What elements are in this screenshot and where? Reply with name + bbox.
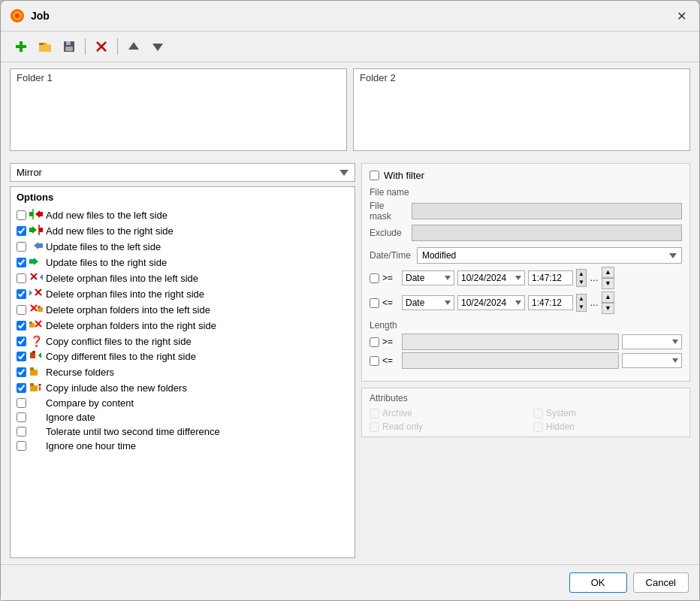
length-gte-checkbox[interactable] (370, 337, 379, 347)
checkbox-compare-content[interactable] (17, 398, 26, 408)
ok-button[interactable]: OK (569, 572, 627, 593)
datetime-gte-type[interactable]: Date Time (402, 270, 454, 285)
icon-update-left (29, 240, 43, 253)
length-gte-unit[interactable]: Bytes KB MB (622, 334, 682, 349)
datetime-lte-scroll-down[interactable]: ▼ (602, 303, 614, 314)
icon-conflict-right: ❓ (29, 335, 43, 347)
checkbox-del-orphan-folder-left[interactable] (17, 305, 26, 315)
svg-rect-10 (65, 47, 73, 51)
length-lte-row: <= Bytes KB MB (370, 352, 682, 369)
icon-add-right (29, 225, 43, 237)
delete-job-button[interactable] (90, 36, 113, 57)
option-update-left: Update files to the left side (17, 239, 348, 255)
checkbox-del-orphan-folder-right[interactable] (17, 321, 26, 331)
attributes-title: Attributes (370, 393, 682, 403)
attr-hidden-checkbox[interactable] (533, 422, 543, 432)
length-lte-checkbox[interactable] (370, 356, 379, 366)
folder-area: Folder 1 Folder 2 (1, 62, 699, 157)
move-up-button[interactable] (122, 36, 145, 57)
length-gte-input[interactable] (402, 334, 619, 350)
checkbox-different-right[interactable] (17, 352, 26, 361)
checkbox-del-orphan-file-left[interactable] (17, 273, 26, 283)
attr-system-label: System (546, 408, 576, 418)
add-job-button[interactable] (10, 36, 32, 57)
length-lte-input[interactable] (402, 352, 619, 369)
icon-add-left (29, 209, 43, 222)
datetime-gte-checkbox[interactable] (370, 273, 379, 283)
open-job-button[interactable] (34, 36, 56, 57)
file-mask-label: File mask (370, 201, 407, 222)
datetime-lte-time[interactable] (528, 295, 573, 310)
datetime-gte-spin-up[interactable]: ▲ (577, 270, 586, 278)
attributes-grid: Archive System Read only Hidden (370, 408, 682, 432)
checkbox-ignore-date[interactable] (17, 412, 26, 422)
option-label-update-right: Update files to the right side (46, 257, 167, 268)
bottom-bar: OK Cancel (1, 564, 699, 600)
attr-archive-label: Archive (382, 408, 412, 418)
checkbox-tolerate-time[interactable] (17, 427, 26, 436)
option-label-new-folders: Copy inlude also the new folders (46, 382, 187, 394)
option-label-recurse: Recurse folders (46, 367, 114, 378)
close-button[interactable]: ✕ (672, 7, 690, 25)
svg-marker-25 (34, 258, 38, 265)
icon-update-right (29, 256, 43, 269)
option-label-different-right: Copy different files to the right side (46, 351, 196, 362)
svg-rect-41 (30, 352, 35, 358)
cancel-button[interactable]: Cancel (633, 572, 689, 593)
checkbox-recurse[interactable] (17, 367, 26, 377)
datetime-lte-spin-down[interactable]: ▼ (577, 303, 586, 311)
checkbox-update-right[interactable] (17, 258, 26, 267)
option-recurse: Recurse folders (17, 364, 348, 380)
attr-system-checkbox[interactable] (533, 409, 543, 418)
save-job-button[interactable] (58, 36, 80, 57)
sync-mode-select[interactable]: Mirror Two-way Copy Update (10, 163, 355, 182)
option-conflict-right: ❓ Copy conflict files to the right side (17, 334, 348, 349)
option-label-update-left: Update files to the left side (46, 241, 161, 252)
exclude-label: Exclude (370, 228, 407, 238)
option-label-ignore-date: Ignore date (46, 412, 95, 423)
datetime-gte-time[interactable] (528, 270, 573, 285)
datetime-lte-spin-up[interactable]: ▲ (577, 294, 586, 303)
datetime-gte-dots[interactable]: … (590, 273, 599, 283)
sync-mode-row: Mirror Two-way Copy Update (10, 163, 355, 182)
datetime-gte-scroll-down[interactable]: ▼ (602, 278, 614, 289)
datetime-lte-scroll: ▲ ▼ (602, 291, 614, 314)
option-label-compare-content: Compare by content (46, 397, 134, 409)
exclude-input[interactable] (412, 225, 682, 241)
datetime-mode-select[interactable]: Modified Created Accessed (417, 247, 682, 264)
attr-readonly-checkbox[interactable] (370, 422, 379, 432)
checkbox-del-orphan-file-right[interactable] (17, 289, 26, 299)
datetime-lte-spinner: ▲ ▼ (576, 294, 587, 312)
option-ignore-date: Ignore date (17, 410, 348, 424)
checkbox-new-folders[interactable] (17, 383, 26, 393)
svg-rect-20 (29, 228, 32, 232)
datetime-gte-spin-down[interactable]: ▼ (577, 278, 586, 286)
svg-rect-26 (29, 259, 34, 264)
svg-rect-42 (32, 351, 35, 353)
checkbox-update-left[interactable] (17, 242, 26, 252)
folder2-panel: Folder 2 (353, 68, 690, 151)
with-filter-checkbox[interactable] (370, 171, 379, 180)
length-gte-op: >= (382, 337, 399, 347)
datetime-lte-checkbox[interactable] (370, 298, 379, 308)
job-dialog: Job ✕ (0, 0, 700, 601)
file-mask-input[interactable] (412, 203, 682, 219)
datetime-gte-date[interactable]: 10/24/2024 (457, 270, 525, 285)
folder2-label: Folder 2 (357, 71, 399, 85)
right-panel: With filter File name File mask Exclude (361, 163, 690, 558)
attr-archive-checkbox[interactable] (370, 409, 379, 418)
move-down-button[interactable] (146, 36, 169, 57)
datetime-lte-scroll-up[interactable]: ▲ (602, 291, 614, 303)
checkbox-conflict-right[interactable] (17, 337, 26, 346)
length-lte-unit[interactable]: Bytes KB MB (622, 353, 682, 368)
datetime-lte-dots[interactable]: … (590, 297, 599, 308)
datetime-lte-date[interactable]: 10/24/2024 (457, 295, 525, 310)
checkbox-ignore-hour[interactable] (17, 441, 26, 451)
exclude-row: Exclude (370, 225, 682, 241)
option-label-ignore-hour: Ignore one hour time (46, 440, 136, 452)
datetime-lte-type[interactable]: Date Time (402, 295, 454, 310)
datetime-gte-scroll-up[interactable]: ▲ (602, 267, 614, 278)
checkbox-add-left[interactable] (17, 210, 26, 220)
option-label-del-orphan-folder-left: Delete orphan folders into the left side (46, 304, 210, 316)
checkbox-add-right[interactable] (17, 226, 26, 236)
